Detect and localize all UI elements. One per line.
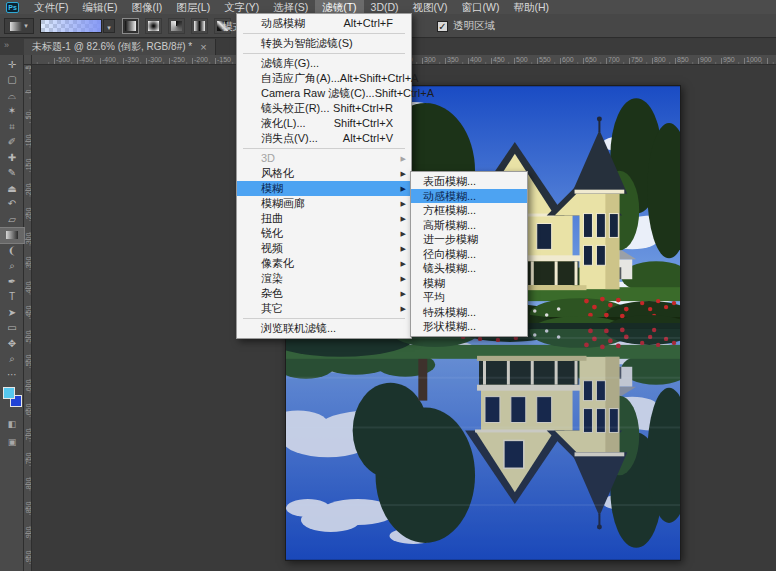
filter-menu-item[interactable]: 消失点(V)... Alt+Ctrl+V ▶ (237, 131, 411, 146)
reflected-gradient-button[interactable] (191, 18, 208, 34)
blur-submenu-item[interactable]: 高斯模糊... (411, 218, 527, 233)
blur-submenu-item[interactable]: 平均 (411, 290, 527, 305)
document-tab-title: 未标题-1 @ 82.6% (倒影, RGB/8#) * (32, 39, 192, 55)
crop-tool[interactable]: ⌗ (0, 119, 24, 135)
ruler-label: 300 (424, 56, 436, 63)
menubar-item[interactable]: 图像(I) (124, 0, 169, 14)
menu-item-label: 浏览联机滤镜... (261, 321, 336, 336)
menubar-item[interactable]: 编辑(E) (75, 0, 124, 14)
filter-menu-item[interactable]: 模糊画廊 ▶ (237, 196, 411, 211)
menu-item-label: 风格化 (261, 166, 294, 181)
submenu-arrow-icon: ▶ (401, 241, 406, 256)
smudge-tool[interactable]: ❨ (0, 243, 24, 259)
menu-item-shortcut: Shift+Ctrl+A (375, 86, 434, 101)
eraser-tool[interactable]: ▱ (0, 212, 24, 228)
magic-wand-tool[interactable]: ✶ (0, 104, 24, 120)
blur-submenu-item[interactable]: 进一步模糊 (411, 232, 527, 247)
zoom-tool[interactable]: ⌕ (0, 352, 24, 368)
filter-menu-item[interactable]: 3D ▶ (237, 151, 411, 166)
filter-menu-item[interactable]: 动感模糊 Alt+Ctrl+F ▶ (237, 16, 411, 31)
menubar-item[interactable]: 选择(S) (266, 0, 315, 14)
gradient-type-icon (171, 21, 182, 31)
gradient-tool[interactable]: ▆ (0, 228, 24, 244)
filter-menu-item[interactable]: 杂色 ▶ (237, 286, 411, 301)
blur-submenu-item[interactable]: 表面模糊... (411, 174, 527, 189)
edit-toolbar-button[interactable]: ⋯ (0, 367, 24, 383)
menu-item-label: 模糊 (423, 276, 445, 291)
menubar-item[interactable]: 滤镜(T) (315, 0, 363, 14)
blur-submenu-item[interactable]: 模糊 (411, 276, 527, 291)
ruler-label: 850 (677, 56, 689, 63)
history-brush-tool[interactable]: ↶ (0, 197, 24, 213)
document-tab[interactable]: 未标题-1 @ 82.6% (倒影, RGB/8#) * × (24, 39, 216, 55)
filter-menu-item[interactable]: 视频 ▶ (237, 241, 411, 256)
menubar-item[interactable]: 文字(Y) (217, 0, 266, 14)
filter-menu-item[interactable]: 镜头校正(R)... Shift+Ctrl+R ▶ (237, 101, 411, 116)
menubar-item[interactable]: 窗口(W) (455, 0, 507, 14)
marquee-tool[interactable]: ▢ (0, 73, 24, 89)
pen-tool[interactable]: ✒ (0, 274, 24, 290)
eyedropper-tool[interactable]: ✐ (0, 135, 24, 151)
screen-mode-button[interactable]: ▣ (0, 437, 24, 447)
blur-submenu-item[interactable]: 特殊模糊... (411, 305, 527, 320)
foreground-color-swatch[interactable] (3, 387, 15, 399)
shape-tool[interactable]: ▭ (0, 321, 24, 337)
close-icon[interactable]: × (200, 39, 206, 55)
blur-submenu-item[interactable]: 形状模糊... (411, 319, 527, 334)
brush-tool[interactable]: ✎ (0, 166, 24, 182)
tool-icon: ⋯ (7, 370, 17, 380)
filter-menu-item[interactable]: 自适应广角(A)... Alt+Shift+Ctrl+A ▶ (237, 71, 411, 86)
blur-submenu-item[interactable]: 方框模糊... (411, 203, 527, 218)
submenu-arrow-icon: ▶ (401, 151, 406, 166)
ruler-label: 500 (516, 56, 528, 63)
filter-menu-item[interactable]: 其它 ▶ (237, 301, 411, 316)
filter-menu-item[interactable]: Camera Raw 滤镜(C)... Shift+Ctrl+A ▶ (237, 86, 411, 101)
blur-submenu-item[interactable]: 径向模糊... (411, 247, 527, 262)
ruler-label: 50 (25, 106, 32, 126)
clone-stamp-tool[interactable]: ⏏ (0, 181, 24, 197)
menubar-item-label: 文字(Y) (224, 1, 259, 13)
quick-mask-button[interactable]: ◧ (0, 419, 24, 429)
angle-gradient-button[interactable] (168, 18, 185, 34)
menubar-item[interactable]: 文件(F) (27, 0, 75, 14)
blur-submenu-item[interactable]: 镜头模糊... (411, 261, 527, 276)
gradient-picker-button[interactable]: ▾ (103, 19, 115, 33)
blur-submenu-item[interactable]: 动感模糊... (411, 189, 527, 204)
menu-item-label: 特殊模糊... (423, 305, 476, 320)
tool-icon: ⌕ (9, 261, 15, 271)
linear-gradient-button[interactable] (122, 18, 139, 34)
ruler-label: 250 (25, 204, 32, 224)
filter-menu-item[interactable]: 转换为智能滤镜(S) ▶ (237, 36, 411, 51)
menubar-item[interactable]: 视图(V) (406, 0, 455, 14)
hand-tool[interactable]: ✥ (0, 336, 24, 352)
path-selection-tool[interactable]: ➤ (0, 305, 24, 321)
filter-menu-item[interactable]: 像素化 ▶ (237, 256, 411, 271)
lasso-tool[interactable]: ⌓ (0, 88, 24, 104)
menubar-item[interactable]: 3D(D) (364, 0, 406, 14)
move-tool[interactable]: ✛ (0, 57, 24, 73)
filter-menu-item[interactable]: 扭曲 ▶ (237, 211, 411, 226)
menu-item-label: 模糊画廊 (261, 196, 305, 211)
filter-menu-item[interactable]: 锐化 ▶ (237, 226, 411, 241)
filter-menu-item[interactable]: 浏览联机滤镜... ▶ (237, 321, 411, 336)
menu-item-label: 渲染 (261, 271, 283, 286)
dodge-tool[interactable]: ⌕ (0, 259, 24, 275)
transparency-checkbox[interactable]: ✓ (437, 21, 448, 32)
ruler-label: 550 (539, 56, 551, 63)
filter-menu-item[interactable]: 风格化 ▶ (237, 166, 411, 181)
filter-menu-item[interactable]: 滤镜库(G)... ▶ (237, 56, 411, 71)
gradient-preview-swatch[interactable] (40, 19, 102, 33)
menubar-item[interactable]: 帮助(H) (507, 0, 557, 14)
filter-menu-item[interactable]: 模糊 ▶ (237, 181, 411, 196)
radial-gradient-button[interactable] (145, 18, 162, 34)
tool-icon: ✐ (8, 137, 16, 147)
ruler-label: -50 (25, 65, 32, 77)
type-tool[interactable]: T (0, 290, 24, 306)
healing-brush-tool[interactable]: ✚ (0, 150, 24, 166)
tool-preset-picker[interactable]: ▾ (4, 18, 34, 34)
ruler-label: 100 (25, 130, 32, 150)
filter-menu-item[interactable]: 渲染 ▶ (237, 271, 411, 286)
menubar-item[interactable]: 图层(L) (169, 0, 217, 14)
filter-menu-item[interactable]: 液化(L)... Shift+Ctrl+X ▶ (237, 116, 411, 131)
menu-item-shortcut: Alt+Ctrl+V (343, 131, 393, 146)
